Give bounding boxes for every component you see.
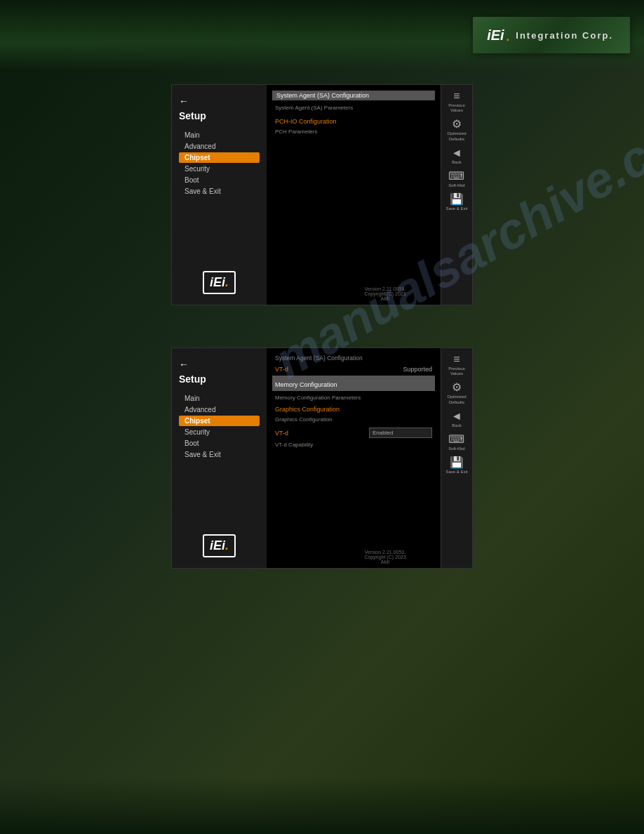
brand-sub-text: Integration Corp. — [516, 30, 613, 41]
sidebar-item-main-1[interactable]: Main — [179, 130, 260, 140]
save-exit-icon-2: 💾 — [450, 457, 464, 468]
sidebar-item-advanced-2[interactable]: Advanced — [179, 404, 260, 415]
vt-d-setting-row: VT-d Enabled Disabled — [272, 426, 435, 439]
soft-kbd-btn-1[interactable]: ⌨ Soft-Kbd — [448, 171, 464, 188]
save-exit-label-1: Save & Exit — [445, 206, 467, 211]
back-btn-1[interactable]: ◄ Back — [451, 147, 462, 165]
iei-brand-dot: . — [506, 25, 511, 45]
vt-d-label: VT-d — [275, 366, 288, 373]
sidebar-2: ← Setup Main Advanced Chipset Security B… — [172, 348, 267, 568]
bios-screen-1: ← Setup Main Advanced Chipset Security B… — [171, 84, 473, 305]
prev-values-icon-1: ≡ — [453, 91, 459, 102]
version-bar-2: Version 2.21.0053. Copyright (C) 2023 AM… — [361, 550, 409, 564]
screen1-wrapper: ← Setup Main Advanced Chipset Security B… — [171, 84, 473, 305]
sa-title-2: System Agent (SA) Configuration — [272, 354, 435, 362]
save-exit-btn-2[interactable]: 💾 Save & Exit — [445, 457, 467, 475]
memory-desc-2: Memory Configuration Parameters — [272, 394, 435, 402]
sidebar-item-advanced-1[interactable]: Advanced — [179, 141, 260, 152]
setup-title-1: Setup — [179, 110, 260, 121]
sidebar-item-security-2[interactable]: Security — [179, 427, 260, 437]
back-arrow-1[interactable]: ← — [179, 95, 260, 107]
bios-screen-2: ← Setup Main Advanced Chipset Security B… — [171, 348, 473, 569]
opt-defaults-icon-2: ⚙ — [452, 382, 462, 393]
right-sidebar-1: ≡ Previous Values ⚙ Optimized Defaults ◄… — [441, 85, 472, 305]
opt-defaults-btn-2[interactable]: ⚙ Optimized Defaults — [444, 382, 469, 404]
sidebar-item-security-1[interactable]: Security — [179, 164, 260, 174]
section-header-1: System Agent (SA) Configuration — [272, 91, 435, 100]
sidebar-item-saveexit-2[interactable]: Save & Exit — [179, 449, 260, 460]
graphics-link-2[interactable]: Graphics Configuration — [272, 404, 435, 414]
screens-container: ← Setup Main Advanced Chipset Security B… — [0, 70, 644, 597]
iei-brand-text: iEi — [487, 27, 504, 44]
back-label-2: Back — [452, 423, 461, 428]
bios-logo-1: iEi. — [179, 264, 260, 294]
setup-title-2: Setup — [179, 373, 260, 385]
sidebar-item-boot-1[interactable]: Boot — [179, 175, 260, 185]
save-exit-icon-1: 💾 — [450, 194, 464, 205]
pcie-link-1[interactable]: PCH-IO Configuration — [272, 117, 435, 126]
opt-defaults-icon-1: ⚙ — [452, 119, 462, 130]
bios-main-1: System Agent (SA) Configuration System A… — [267, 85, 441, 305]
graphics-desc-2: Graphics Configuration — [272, 416, 435, 423]
sidebar-item-chipset-1[interactable]: Chipset — [179, 152, 260, 163]
sidebar-item-saveexit-1[interactable]: Save & Exit — [179, 186, 260, 197]
soft-kbd-label-1: Soft-Kbd — [448, 183, 464, 188]
iei-brand: iEi . — [487, 25, 510, 45]
opt-defaults-label-2: Optimized Defaults — [444, 395, 469, 404]
prev-values-btn-1[interactable]: ≡ Previous Values — [444, 91, 469, 113]
sidebar-item-boot-2[interactable]: Boot — [179, 438, 260, 449]
screen2-wrapper: ← Setup Main Advanced Chipset Security B… — [171, 348, 473, 569]
bios-main-2: System Agent (SA) Configuration VT-d Sup… — [267, 348, 441, 568]
vt-d-dropdown[interactable]: Enabled Disabled — [369, 428, 432, 438]
version-bar-1: Version 2.21.0053. Copyright (C) 2023 AM… — [361, 286, 409, 301]
prev-values-label-1: Previous Values — [444, 103, 469, 113]
iei-logo-1: iEi. — [203, 271, 236, 294]
save-exit-btn-1[interactable]: 💾 Save & Exit — [445, 194, 467, 211]
top-banner: iEi . Integration Corp. — [0, 0, 644, 70]
prev-values-label-2: Previous Values — [444, 366, 469, 376]
bios-logo-2: iEi. — [179, 527, 260, 557]
prev-values-btn-2[interactable]: ≡ Previous Values — [444, 354, 469, 376]
pcie-desc-1: PCH Parameters — [272, 128, 435, 135]
sidebar-item-chipset-2[interactable]: Chipset — [179, 416, 260, 426]
vt-d-row: VT-d Supported — [272, 364, 435, 374]
iei-logo-2: iEi. — [203, 534, 236, 557]
back-arrow-2[interactable]: ← — [179, 359, 260, 370]
soft-kbd-btn-2[interactable]: ⌨ Soft-Kbd — [448, 434, 464, 451]
save-exit-label-2: Save & Exit — [445, 470, 467, 475]
soft-kbd-icon-2: ⌨ — [448, 434, 464, 445]
right-sidebar-2: ≡ Previous Values ⚙ Optimized Defaults ◄… — [441, 348, 472, 568]
back-icon-2: ◄ — [451, 411, 462, 422]
back-btn-2[interactable]: ◄ Back — [451, 411, 462, 428]
soft-kbd-icon-1: ⌨ — [448, 171, 464, 182]
vt-d-setting-desc: VT-d Capability — [272, 441, 435, 449]
opt-defaults-label-1: Optimized Defaults — [444, 131, 469, 141]
section-desc-1: System Agent (SA) Parameters — [272, 103, 435, 112]
soft-kbd-label-2: Soft-Kbd — [448, 446, 464, 451]
prev-values-icon-2: ≡ — [453, 354, 459, 365]
bottom-banner — [0, 778, 644, 834]
opt-defaults-btn-1[interactable]: ⚙ Optimized Defaults — [444, 119, 469, 141]
back-icon-1: ◄ — [451, 147, 462, 159]
memory-config-bar[interactable]: Memory Configuration — [272, 376, 435, 391]
brand-logo: iEi . Integration Corp. — [473, 17, 630, 53]
sidebar-1: ← Setup Main Advanced Chipset Security B… — [172, 85, 267, 305]
memory-config-text: Memory Configuration — [275, 381, 337, 388]
vt-d-value: Supported — [403, 366, 432, 373]
vt-d-setting-label: VT-d — [275, 430, 288, 437]
sidebar-item-main-2[interactable]: Main — [179, 393, 260, 404]
back-label-1: Back — [452, 160, 461, 165]
